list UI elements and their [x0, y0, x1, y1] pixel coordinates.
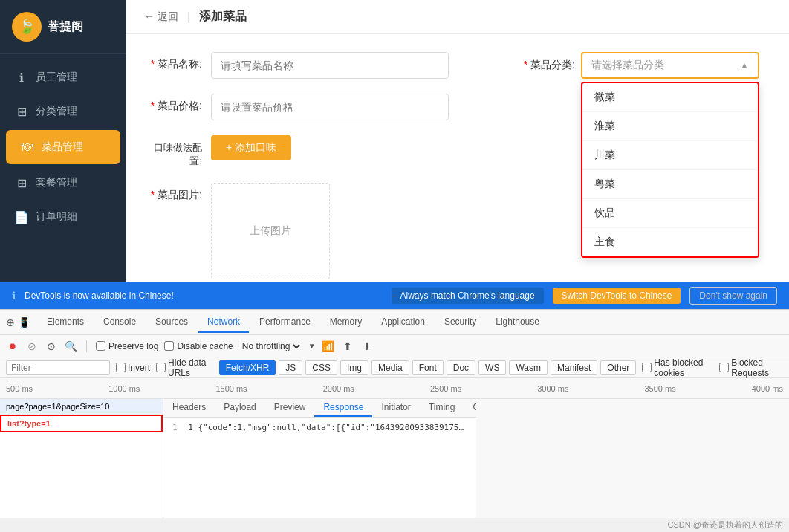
- search-icon[interactable]: 🔍: [64, 340, 77, 353]
- tab-console[interactable]: Console: [94, 312, 145, 333]
- sidebar-item-label: 套餐管理: [36, 176, 77, 189]
- filter-media[interactable]: Media: [371, 360, 409, 375]
- filter-bar: Invert Hide data URLs Fetch/XHR JS CSS I…: [0, 357, 789, 378]
- sidebar-item-staff[interactable]: ℹ 员工管理: [0, 60, 126, 94]
- detail-tab-cookies[interactable]: Cookies: [464, 399, 476, 417]
- sidebar-item-label: 菜品管理: [42, 140, 83, 154]
- disable-cache-checkbox[interactable]: Disable cache: [164, 341, 233, 351]
- sidebar-item-category[interactable]: ⊞ 分类管理: [0, 94, 126, 129]
- category-select[interactable]: 请选择菜品分类 ▲: [581, 52, 759, 79]
- filter-icon[interactable]: ⊙: [45, 340, 58, 353]
- detail-content: 1 1 {"code":1,"msg":null,"data":[{"id":"…: [163, 418, 476, 438]
- stop-icon[interactable]: ⊘: [25, 340, 39, 353]
- timeline-label-1500: 1500 ms: [215, 384, 247, 393]
- tab-lighthouse[interactable]: Lighthouse: [487, 312, 548, 333]
- category-option-chuan[interactable]: 川菜: [582, 141, 758, 170]
- page-header: ← 返回 | 添加菜品: [126, 0, 789, 34]
- detail-tab-initiator[interactable]: Initiator: [372, 399, 419, 417]
- tab-sources[interactable]: Sources: [146, 312, 197, 333]
- devtools-tab-bar: ⊕ 📱 Elements Console Sources Network Per…: [0, 310, 789, 335]
- detail-tab-preview[interactable]: Preview: [265, 399, 315, 417]
- detail-tab-payload[interactable]: Payload: [215, 399, 264, 417]
- timeline-label-1000: 1000 ms: [108, 384, 140, 393]
- request-item-list[interactable]: list?type=1: [0, 415, 163, 432]
- bottom-bar-text: CSDN @奇迹是执着的人创造的: [668, 519, 783, 531]
- category-dropdown: 微菜 淮菜 川菜 粤菜 饮品 主食: [581, 82, 759, 258]
- devtools-banner-text: DevTools is now available in Chinese!: [25, 291, 383, 301]
- category-label: * 菜品分类:: [524, 59, 575, 72]
- category-section: * 菜品分类: 请选择菜品分类 ▲ 微菜 淮菜 川菜: [524, 52, 759, 79]
- filter-ws[interactable]: WS: [478, 360, 506, 375]
- record-icon[interactable]: ⏺: [6, 340, 19, 353]
- blocked-cookies-checkbox[interactable]: Has blocked cookies: [642, 357, 713, 378]
- upload-area[interactable]: 上传图片: [211, 183, 330, 279]
- back-button[interactable]: ← 返回: [144, 10, 178, 24]
- waterfall-area: [476, 399, 789, 518]
- request-item-page[interactable]: page?page=1&pageSize=10: [0, 399, 163, 415]
- device-icon[interactable]: 📱: [18, 317, 30, 328]
- app-container: 🍃 菩提阁 ℹ 员工管理 ⊞ 分类管理 🍽 菜品管理 ⊞ 套餐管理: [0, 0, 789, 532]
- tab-memory[interactable]: Memory: [321, 312, 371, 333]
- timeline-label-2500: 2500 ms: [430, 384, 461, 393]
- network-toolbar: ⏺ ⊘ ⊙ 🔍 Preserve log Disable cache No th…: [0, 335, 789, 357]
- invert-checkbox[interactable]: Invert: [116, 363, 150, 373]
- hide-data-urls-checkbox[interactable]: Hide data URLs: [156, 357, 213, 378]
- sidebar-item-orders[interactable]: 📄 订单明细: [0, 200, 126, 234]
- filter-doc[interactable]: Doc: [447, 360, 475, 375]
- filter-font[interactable]: Font: [412, 360, 444, 375]
- tab-application[interactable]: Application: [372, 312, 434, 333]
- sidebar-item-label: 分类管理: [36, 105, 77, 118]
- filter-css[interactable]: CSS: [305, 360, 337, 375]
- dish-name-label: * 菜品名称:: [144, 52, 211, 71]
- sidebar-logo: 🍃 菩提阁: [0, 0, 126, 54]
- devtools-icons: ⊕ 📱: [6, 317, 30, 328]
- filter-img[interactable]: Img: [340, 360, 368, 375]
- filter-js[interactable]: JS: [279, 360, 302, 375]
- dish-price-input[interactable]: [211, 94, 449, 120]
- package-icon: ⊞: [15, 176, 28, 189]
- download-icon[interactable]: ⬇: [360, 340, 374, 353]
- dont-show-button[interactable]: Don't show again: [689, 287, 777, 305]
- category-option-yinpin[interactable]: 饮品: [582, 199, 758, 228]
- tab-security[interactable]: Security: [435, 312, 485, 333]
- preserve-log-checkbox[interactable]: Preserve log: [96, 341, 158, 351]
- detail-tab-headers[interactable]: Headers: [163, 399, 215, 417]
- taste-label: 口味做法配置:: [144, 135, 211, 168]
- request-list: page?page=1&pageSize=10 list?type=1: [0, 399, 163, 518]
- page-title: 添加菜品: [199, 9, 247, 25]
- request-name: list?type=1: [7, 419, 51, 428]
- filter-manifest[interactable]: Manifest: [551, 360, 597, 375]
- line-number: 1: [172, 423, 178, 432]
- throttle-select[interactable]: No throttling: [239, 340, 302, 352]
- category-option-huaicai[interactable]: 淮菜: [582, 112, 758, 141]
- filter-other[interactable]: Other: [600, 360, 636, 375]
- sidebar-item-packages[interactable]: ⊞ 套餐管理: [0, 166, 126, 200]
- upload-icon[interactable]: ⬆: [341, 340, 354, 353]
- filter-types: Fetch/XHR JS CSS Img Media Font Doc WS W…: [219, 360, 637, 375]
- category-option-zhushi[interactable]: 主食: [582, 228, 758, 256]
- switch-chinese-button[interactable]: Switch DevTools to Chinese: [553, 288, 681, 304]
- sidebar-item-dishes[interactable]: 🍽 菜品管理: [6, 130, 120, 164]
- category-option-yue[interactable]: 粤菜: [582, 170, 758, 199]
- response-text: 1 {"code":1,"msg":null,"data":[{"id":"16…: [188, 423, 476, 432]
- filter-fetch-xhr[interactable]: Fetch/XHR: [219, 360, 276, 375]
- sidebar: 🍃 菩提阁 ℹ 员工管理 ⊞ 分类管理 🍽 菜品管理 ⊞ 套餐管理: [0, 0, 126, 282]
- filter-wasm[interactable]: Wasm: [509, 360, 548, 375]
- tab-network[interactable]: Network: [198, 312, 249, 333]
- timeline-label-3000: 3000 ms: [537, 384, 568, 393]
- tab-performance[interactable]: Performance: [250, 312, 319, 333]
- add-taste-button[interactable]: + 添加口味: [211, 135, 291, 160]
- match-language-button[interactable]: Always match Chrome's language: [392, 288, 544, 304]
- blocked-requests-checkbox[interactable]: Blocked Requests: [719, 357, 783, 378]
- detail-tab-response[interactable]: Response: [314, 399, 372, 417]
- pointer-icon[interactable]: ⊕: [6, 317, 15, 328]
- tab-elements[interactable]: Elements: [38, 312, 93, 333]
- category-option-weixiao[interactable]: 微菜: [582, 83, 758, 112]
- detail-tab-timing[interactable]: Timing: [420, 399, 464, 417]
- content-area: ← 返回 | 添加菜品 * 菜品名称: * 菜品价格:: [126, 0, 789, 282]
- dish-icon: 🍽: [21, 140, 34, 154]
- form-container: * 菜品名称: * 菜品价格: 口味做法配置: + 添加口味: [126, 34, 789, 282]
- dish-name-input[interactable]: [211, 52, 449, 79]
- filter-input[interactable]: [6, 360, 110, 375]
- timeline-label-3500: 3500 ms: [644, 384, 675, 393]
